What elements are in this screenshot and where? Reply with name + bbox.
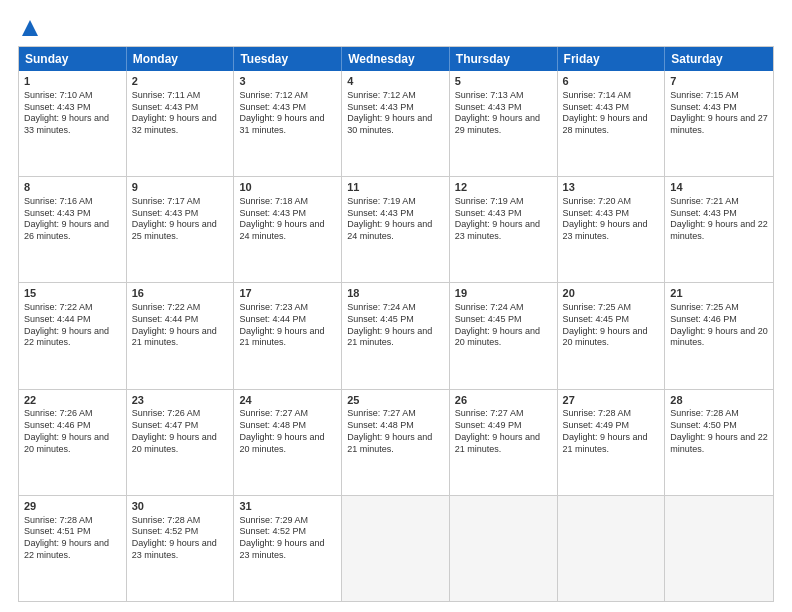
day-info: Sunrise: 7:27 AM Sunset: 4:48 PM Dayligh…: [239, 408, 336, 455]
cal-header-tuesday: Tuesday: [234, 47, 342, 71]
cal-cell: [342, 496, 450, 601]
cal-header-thursday: Thursday: [450, 47, 558, 71]
day-info: Sunrise: 7:25 AM Sunset: 4:46 PM Dayligh…: [670, 302, 768, 349]
day-number: 24: [239, 393, 336, 408]
calendar-body: 1Sunrise: 7:10 AM Sunset: 4:43 PM Daylig…: [19, 71, 773, 601]
cal-cell: [665, 496, 773, 601]
day-info: Sunrise: 7:29 AM Sunset: 4:52 PM Dayligh…: [239, 515, 336, 562]
day-info: Sunrise: 7:20 AM Sunset: 4:43 PM Dayligh…: [563, 196, 660, 243]
header: [18, 18, 774, 38]
cal-cell: 28Sunrise: 7:28 AM Sunset: 4:50 PM Dayli…: [665, 390, 773, 495]
day-number: 20: [563, 286, 660, 301]
day-number: 3: [239, 74, 336, 89]
cal-cell: 21Sunrise: 7:25 AM Sunset: 4:46 PM Dayli…: [665, 283, 773, 388]
cal-week-2: 8Sunrise: 7:16 AM Sunset: 4:43 PM Daylig…: [19, 176, 773, 282]
day-info: Sunrise: 7:28 AM Sunset: 4:51 PM Dayligh…: [24, 515, 121, 562]
cal-cell: 11Sunrise: 7:19 AM Sunset: 4:43 PM Dayli…: [342, 177, 450, 282]
day-number: 26: [455, 393, 552, 408]
cal-cell: 19Sunrise: 7:24 AM Sunset: 4:45 PM Dayli…: [450, 283, 558, 388]
day-number: 25: [347, 393, 444, 408]
cal-cell: [558, 496, 666, 601]
day-number: 7: [670, 74, 768, 89]
cal-cell: 6Sunrise: 7:14 AM Sunset: 4:43 PM Daylig…: [558, 71, 666, 176]
day-info: Sunrise: 7:28 AM Sunset: 4:52 PM Dayligh…: [132, 515, 229, 562]
cal-header-monday: Monday: [127, 47, 235, 71]
day-number: 23: [132, 393, 229, 408]
day-number: 1: [24, 74, 121, 89]
day-number: 31: [239, 499, 336, 514]
cal-cell: 30Sunrise: 7:28 AM Sunset: 4:52 PM Dayli…: [127, 496, 235, 601]
cal-cell: 12Sunrise: 7:19 AM Sunset: 4:43 PM Dayli…: [450, 177, 558, 282]
cal-cell: 13Sunrise: 7:20 AM Sunset: 4:43 PM Dayli…: [558, 177, 666, 282]
day-info: Sunrise: 7:23 AM Sunset: 4:44 PM Dayligh…: [239, 302, 336, 349]
cal-cell: 1Sunrise: 7:10 AM Sunset: 4:43 PM Daylig…: [19, 71, 127, 176]
cal-cell: 22Sunrise: 7:26 AM Sunset: 4:46 PM Dayli…: [19, 390, 127, 495]
day-number: 14: [670, 180, 768, 195]
day-info: Sunrise: 7:26 AM Sunset: 4:46 PM Dayligh…: [24, 408, 121, 455]
day-number: 8: [24, 180, 121, 195]
svg-marker-0: [22, 20, 38, 36]
day-number: 4: [347, 74, 444, 89]
cal-cell: 2Sunrise: 7:11 AM Sunset: 4:43 PM Daylig…: [127, 71, 235, 176]
cal-week-5: 29Sunrise: 7:28 AM Sunset: 4:51 PM Dayli…: [19, 495, 773, 601]
day-info: Sunrise: 7:28 AM Sunset: 4:50 PM Dayligh…: [670, 408, 768, 455]
cal-cell: 15Sunrise: 7:22 AM Sunset: 4:44 PM Dayli…: [19, 283, 127, 388]
day-info: Sunrise: 7:14 AM Sunset: 4:43 PM Dayligh…: [563, 90, 660, 137]
cal-cell: 18Sunrise: 7:24 AM Sunset: 4:45 PM Dayli…: [342, 283, 450, 388]
day-info: Sunrise: 7:12 AM Sunset: 4:43 PM Dayligh…: [239, 90, 336, 137]
day-info: Sunrise: 7:12 AM Sunset: 4:43 PM Dayligh…: [347, 90, 444, 137]
day-info: Sunrise: 7:15 AM Sunset: 4:43 PM Dayligh…: [670, 90, 768, 137]
day-number: 9: [132, 180, 229, 195]
cal-cell: 5Sunrise: 7:13 AM Sunset: 4:43 PM Daylig…: [450, 71, 558, 176]
day-number: 12: [455, 180, 552, 195]
day-info: Sunrise: 7:24 AM Sunset: 4:45 PM Dayligh…: [455, 302, 552, 349]
day-info: Sunrise: 7:17 AM Sunset: 4:43 PM Dayligh…: [132, 196, 229, 243]
day-info: Sunrise: 7:18 AM Sunset: 4:43 PM Dayligh…: [239, 196, 336, 243]
day-number: 11: [347, 180, 444, 195]
day-info: Sunrise: 7:24 AM Sunset: 4:45 PM Dayligh…: [347, 302, 444, 349]
cal-cell: 8Sunrise: 7:16 AM Sunset: 4:43 PM Daylig…: [19, 177, 127, 282]
cal-cell: 9Sunrise: 7:17 AM Sunset: 4:43 PM Daylig…: [127, 177, 235, 282]
cal-cell: 4Sunrise: 7:12 AM Sunset: 4:43 PM Daylig…: [342, 71, 450, 176]
day-info: Sunrise: 7:11 AM Sunset: 4:43 PM Dayligh…: [132, 90, 229, 137]
cal-cell: 10Sunrise: 7:18 AM Sunset: 4:43 PM Dayli…: [234, 177, 342, 282]
page: SundayMondayTuesdayWednesdayThursdayFrid…: [0, 0, 792, 612]
cal-header-saturday: Saturday: [665, 47, 773, 71]
day-info: Sunrise: 7:28 AM Sunset: 4:49 PM Dayligh…: [563, 408, 660, 455]
day-info: Sunrise: 7:19 AM Sunset: 4:43 PM Dayligh…: [455, 196, 552, 243]
day-number: 21: [670, 286, 768, 301]
day-info: Sunrise: 7:22 AM Sunset: 4:44 PM Dayligh…: [24, 302, 121, 349]
cal-cell: 24Sunrise: 7:27 AM Sunset: 4:48 PM Dayli…: [234, 390, 342, 495]
day-info: Sunrise: 7:19 AM Sunset: 4:43 PM Dayligh…: [347, 196, 444, 243]
cal-cell: [450, 496, 558, 601]
day-info: Sunrise: 7:27 AM Sunset: 4:48 PM Dayligh…: [347, 408, 444, 455]
day-number: 22: [24, 393, 121, 408]
cal-header-sunday: Sunday: [19, 47, 127, 71]
day-info: Sunrise: 7:25 AM Sunset: 4:45 PM Dayligh…: [563, 302, 660, 349]
day-number: 16: [132, 286, 229, 301]
day-number: 28: [670, 393, 768, 408]
cal-cell: 20Sunrise: 7:25 AM Sunset: 4:45 PM Dayli…: [558, 283, 666, 388]
cal-cell: 14Sunrise: 7:21 AM Sunset: 4:43 PM Dayli…: [665, 177, 773, 282]
day-info: Sunrise: 7:22 AM Sunset: 4:44 PM Dayligh…: [132, 302, 229, 349]
day-number: 17: [239, 286, 336, 301]
cal-week-3: 15Sunrise: 7:22 AM Sunset: 4:44 PM Dayli…: [19, 282, 773, 388]
cal-cell: 7Sunrise: 7:15 AM Sunset: 4:43 PM Daylig…: [665, 71, 773, 176]
cal-week-1: 1Sunrise: 7:10 AM Sunset: 4:43 PM Daylig…: [19, 71, 773, 176]
cal-cell: 25Sunrise: 7:27 AM Sunset: 4:48 PM Dayli…: [342, 390, 450, 495]
cal-cell: 27Sunrise: 7:28 AM Sunset: 4:49 PM Dayli…: [558, 390, 666, 495]
day-info: Sunrise: 7:10 AM Sunset: 4:43 PM Dayligh…: [24, 90, 121, 137]
day-info: Sunrise: 7:27 AM Sunset: 4:49 PM Dayligh…: [455, 408, 552, 455]
day-number: 19: [455, 286, 552, 301]
day-number: 29: [24, 499, 121, 514]
cal-cell: 16Sunrise: 7:22 AM Sunset: 4:44 PM Dayli…: [127, 283, 235, 388]
day-number: 15: [24, 286, 121, 301]
day-number: 5: [455, 74, 552, 89]
cal-header-friday: Friday: [558, 47, 666, 71]
day-info: Sunrise: 7:16 AM Sunset: 4:43 PM Dayligh…: [24, 196, 121, 243]
logo-icon: [20, 18, 40, 38]
day-number: 13: [563, 180, 660, 195]
day-number: 18: [347, 286, 444, 301]
logo: [18, 18, 40, 38]
day-info: Sunrise: 7:21 AM Sunset: 4:43 PM Dayligh…: [670, 196, 768, 243]
